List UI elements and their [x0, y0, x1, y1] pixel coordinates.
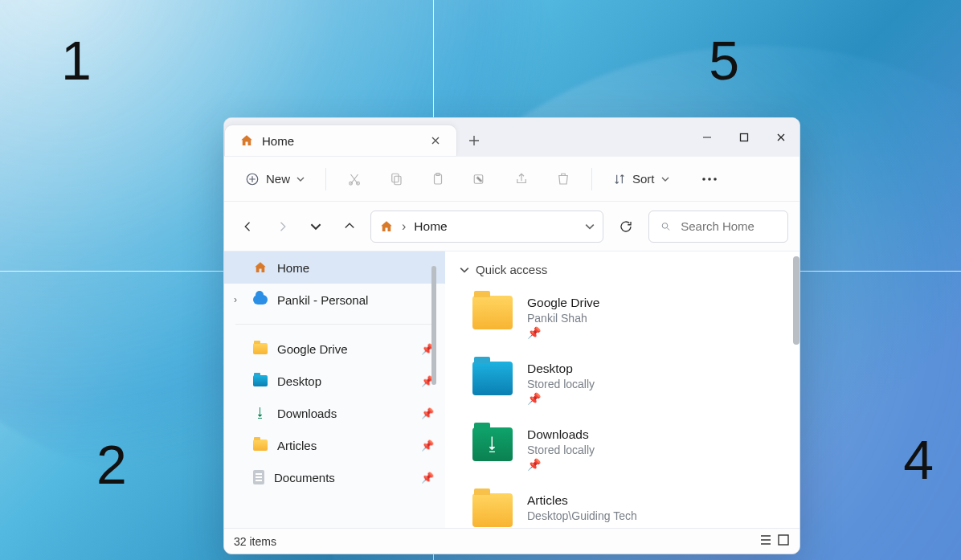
sidebar-item-onedrive[interactable]: › Pankil - Personal: [224, 284, 445, 316]
svg-rect-0: [741, 133, 748, 141]
file-explorer-window: Home New Sort: [223, 117, 800, 554]
download-icon: ⭳: [253, 406, 268, 420]
svg-point-12: [662, 223, 668, 228]
sort-label: Sort: [632, 172, 655, 186]
tab-close-button[interactable]: [426, 131, 445, 150]
sidebar-item-downloads[interactable]: ⭳ Downloads 📌: [224, 397, 445, 429]
snap-zone-label-1: 1: [61, 29, 92, 92]
close-icon: [431, 136, 440, 145]
sort-button[interactable]: Sort: [607, 167, 676, 190]
search-input[interactable]: [681, 219, 776, 233]
content-pane: Quick access Google Drive Pankil Shah 📌 …: [445, 251, 799, 528]
pin-icon: 📌: [421, 472, 434, 484]
copy-icon: [389, 172, 403, 186]
maximize-button[interactable]: [726, 118, 763, 156]
quick-access-item[interactable]: Desktop Stored locally 📌: [472, 354, 799, 419]
navbar: › Home: [224, 202, 799, 251]
snap-zone-label-5: 5: [709, 29, 739, 92]
plus-icon: [468, 135, 480, 146]
details-view-button[interactable]: [759, 533, 772, 549]
pin-icon: 📌: [421, 407, 434, 419]
item-name: Desktop: [527, 362, 595, 376]
pin-icon: 📌: [527, 326, 599, 339]
chevron-down-icon: [585, 222, 595, 231]
sidebar-item-google-drive[interactable]: Google Drive 📌: [224, 333, 445, 365]
delete-button[interactable]: [550, 167, 577, 191]
tiles-view-button[interactable]: [777, 533, 790, 549]
titlebar[interactable]: Home: [224, 118, 799, 157]
copy-button[interactable]: [382, 167, 410, 191]
share-button[interactable]: [508, 167, 535, 191]
home-icon: [253, 260, 268, 275]
item-name: Google Drive: [527, 296, 599, 310]
folder-icon: [472, 493, 513, 527]
sidebar-label: Pankil - Personal: [277, 293, 368, 307]
download-folder-icon: ⭳: [472, 427, 513, 461]
svg-point-10: [708, 178, 711, 181]
more-button[interactable]: [695, 172, 724, 186]
sort-icon: [613, 173, 626, 186]
search-box[interactable]: [648, 211, 788, 243]
refresh-button[interactable]: [611, 212, 640, 241]
more-icon: [701, 177, 718, 182]
breadcrumb-separator: ›: [402, 219, 406, 234]
back-button[interactable]: [235, 214, 261, 239]
address-bar[interactable]: › Home: [370, 211, 603, 243]
close-button[interactable]: [763, 118, 799, 156]
home-icon: [379, 219, 394, 234]
tab-title: Home: [262, 134, 294, 148]
quick-access-list: Google Drive Pankil Shah 📌 Desktop Store…: [445, 281, 799, 528]
sidebar-label: Home: [277, 261, 309, 275]
grid-view-icon: [777, 533, 790, 546]
toolbar-separator: [325, 168, 326, 190]
close-icon: [776, 133, 786, 142]
cut-button[interactable]: [341, 167, 368, 191]
svg-rect-5: [395, 176, 401, 185]
sidebar-item-articles[interactable]: Articles 📌: [224, 429, 445, 461]
rename-button[interactable]: [466, 167, 493, 191]
share-icon: [514, 172, 529, 186]
forward-button[interactable]: [269, 214, 295, 239]
chevron-right-icon[interactable]: ›: [234, 294, 237, 305]
recent-button[interactable]: [303, 214, 329, 239]
window-controls: [689, 118, 799, 156]
svg-rect-13: [779, 535, 788, 545]
sidebar: Home › Pankil - Personal Google Drive 📌 …: [224, 251, 445, 528]
sidebar-label: Articles: [277, 439, 317, 452]
tab-home[interactable]: Home: [224, 125, 457, 156]
sidebar-scrollbar[interactable]: [431, 266, 436, 385]
new-button[interactable]: New: [239, 167, 311, 191]
pin-icon: 📌: [527, 458, 595, 471]
chevron-down-icon: [661, 175, 669, 183]
item-count: 32 items: [234, 535, 276, 548]
toolbar-separator: [591, 168, 592, 190]
folder-icon: [253, 375, 268, 386]
quick-access-item[interactable]: Google Drive Pankil Shah 📌: [472, 288, 799, 354]
paste-icon: [431, 172, 445, 186]
svg-point-9: [702, 178, 705, 181]
quick-access-item[interactable]: ⭳ Downloads Stored locally 📌: [472, 419, 799, 485]
arrow-right-icon: [275, 219, 289, 234]
item-subtitle: Desktop\Guiding Tech: [527, 509, 637, 522]
item-subtitle: Pankil Shah: [527, 312, 599, 325]
quick-access-item[interactable]: Articles Desktop\Guiding Tech: [472, 485, 799, 528]
item-subtitle: Stored locally: [527, 378, 595, 390]
cut-icon: [347, 172, 362, 186]
sidebar-item-documents[interactable]: Documents 📌: [224, 461, 445, 493]
minimize-button[interactable]: [689, 118, 726, 156]
quick-access-header[interactable]: Quick access: [445, 260, 799, 281]
address-location: Home: [414, 219, 447, 234]
up-button[interactable]: [337, 214, 362, 239]
list-view-icon: [759, 533, 772, 546]
content-scrollbar[interactable]: [793, 256, 799, 345]
document-icon: [253, 470, 264, 484]
sidebar-item-home[interactable]: Home: [224, 251, 445, 284]
sidebar-label: Documents: [274, 471, 335, 484]
new-tab-button[interactable]: [457, 125, 491, 156]
search-icon: [660, 220, 671, 233]
folder-icon: [472, 296, 513, 329]
paste-button[interactable]: [424, 167, 452, 191]
delete-icon: [556, 172, 570, 186]
sidebar-item-desktop[interactable]: Desktop 📌: [224, 365, 445, 397]
chevron-down-icon: [460, 265, 469, 275]
